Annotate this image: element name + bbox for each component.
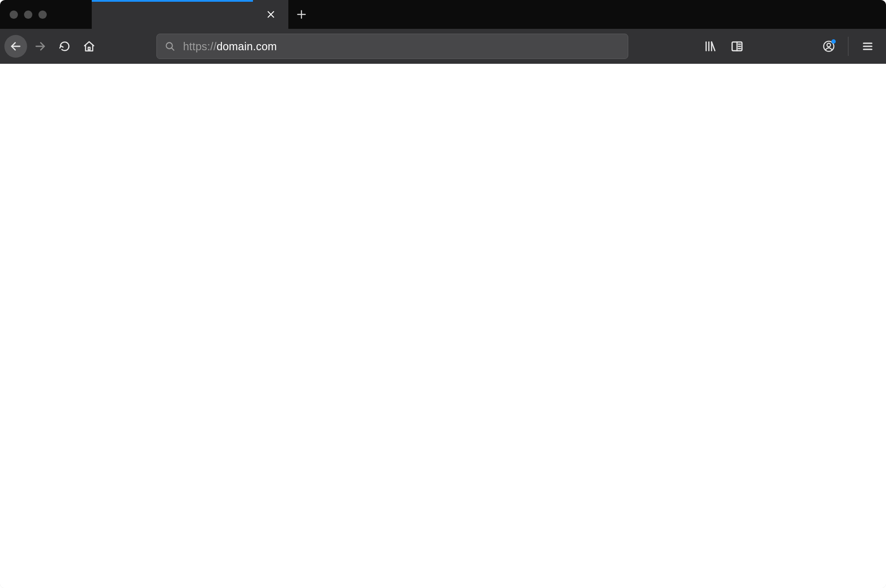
svg-rect-6 [88, 47, 90, 50]
browser-window: https://domain.com [0, 0, 886, 588]
back-button[interactable] [4, 35, 27, 58]
home-button[interactable] [78, 35, 100, 58]
url-host: domain.com [217, 40, 277, 52]
page-content [0, 64, 886, 588]
url-text: https://domain.com [183, 40, 277, 53]
address-bar[interactable]: https://domain.com [156, 34, 628, 59]
window-close-button[interactable] [10, 10, 18, 19]
tab-close-button[interactable] [262, 10, 280, 19]
window-minimize-button[interactable] [24, 10, 32, 19]
forward-button[interactable] [29, 35, 52, 58]
app-menu-button[interactable] [858, 37, 877, 56]
arrow-left-icon [10, 40, 22, 52]
new-tab-button[interactable] [288, 0, 315, 29]
plus-icon [296, 9, 307, 20]
arrow-right-icon [34, 40, 46, 52]
svg-line-8 [172, 48, 174, 50]
reload-icon [59, 41, 70, 52]
home-icon [83, 40, 95, 52]
close-icon [266, 10, 276, 19]
reload-button[interactable] [53, 35, 76, 58]
window-controls [0, 0, 92, 29]
svg-point-19 [827, 43, 831, 47]
nav-toolbar: https://domain.com [0, 29, 886, 64]
separator [848, 37, 848, 56]
notification-dot-icon [831, 39, 836, 44]
library-icon [703, 40, 716, 53]
search-icon [165, 41, 175, 52]
titlebar [0, 0, 886, 29]
toolbar-right [700, 37, 882, 56]
url-protocol: https:// [183, 40, 217, 52]
browser-tab[interactable] [92, 0, 288, 29]
sidebar-icon [730, 40, 744, 53]
account-button[interactable] [819, 37, 838, 56]
library-button[interactable] [700, 37, 720, 56]
tab-loading-bar [92, 0, 253, 2]
sidebar-toggle-button[interactable] [727, 37, 747, 56]
window-zoom-button[interactable] [38, 10, 47, 19]
hamburger-menu-icon [862, 40, 874, 52]
